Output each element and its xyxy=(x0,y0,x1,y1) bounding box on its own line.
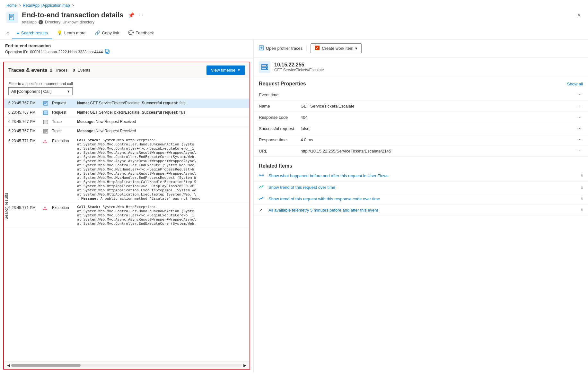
scroll-controls: ◀ ▶ xyxy=(4,362,250,369)
property-more-button[interactable]: ··· xyxy=(576,114,583,120)
event-row[interactable]: 6:23:45.771 PM ⚠ Exception Call Stack: S… xyxy=(4,203,250,228)
property-value: GET ServiceTickets/Escalate xyxy=(301,104,576,109)
property-response-time[interactable]: Response time 4.0 ms ··· xyxy=(254,134,588,145)
event-row[interactable]: 6:23:45.767 PM Trace Message: New Reques… xyxy=(4,127,250,136)
left-panel: Search results End-to-end transaction Op… xyxy=(0,39,254,373)
info-circle-icon: ℹ xyxy=(581,185,583,190)
property-value: http://10.15.22.255/ServiceTickets/Escal… xyxy=(301,149,576,153)
property-more-button[interactable]: ··· xyxy=(576,126,583,131)
profiler-icon xyxy=(259,45,264,51)
server-info: 10.15.22.255 GET ServiceTickets/Escalate xyxy=(254,57,588,77)
event-time: 6:23:45.771 PM xyxy=(8,138,40,143)
info-icon: i xyxy=(39,20,43,24)
page-subtitle: retailapp i Directory: Unknown directory xyxy=(22,20,572,24)
server-details: 10.15.22.255 GET ServiceTickets/Escalate xyxy=(274,62,324,72)
traces-label: Traces xyxy=(55,68,67,73)
operation-id-label: Operation ID: xyxy=(5,50,28,54)
svg-point-33 xyxy=(263,197,264,198)
collapse-button[interactable]: « xyxy=(6,28,12,38)
svg-rect-5 xyxy=(105,49,108,52)
scroll-right-button[interactable]: ▶ xyxy=(243,363,246,368)
work-item-chevron-icon: ▾ xyxy=(355,46,357,51)
more-options-button[interactable]: ··· xyxy=(138,12,145,19)
event-type: Exception xyxy=(52,205,75,210)
search-results-icon: ≡ xyxy=(17,30,19,35)
events-count: 0 xyxy=(73,68,75,73)
scroll-left-button[interactable]: ◀ xyxy=(7,363,10,368)
property-more-button[interactable]: ··· xyxy=(576,148,583,154)
right-toolbar: Open profiler traces ✓ Create work item … xyxy=(254,39,588,57)
property-url[interactable]: URL http://10.15.22.255/ServiceTickets/E… xyxy=(254,145,588,157)
property-label: Event time xyxy=(259,92,301,97)
event-row[interactable]: 6:23:45.767 PM Trace Message: New Reques… xyxy=(4,118,250,127)
tab-copy-link[interactable]: 🔗 Copy link xyxy=(90,27,124,39)
properties-list: Event time ··· Name GET ServiceTickets/E… xyxy=(254,89,588,157)
server-endpoint: GET ServiceTickets/Escalate xyxy=(274,68,324,72)
create-work-item-button[interactable]: ✓ Create work item ▾ xyxy=(311,43,362,53)
property-response-code[interactable]: Response code 404 ··· xyxy=(254,112,588,123)
property-more-button[interactable]: ··· xyxy=(576,103,583,109)
transaction-id-row: Operation ID: 00001111-aaaa-2222-bbbb-33… xyxy=(5,49,248,55)
pin-button[interactable]: 📌 xyxy=(127,12,136,19)
property-more-button[interactable]: ··· xyxy=(576,92,583,98)
property-event-time[interactable]: Event time ··· xyxy=(254,89,588,100)
server-icon xyxy=(259,61,270,73)
property-value: 404 xyxy=(301,115,576,120)
event-content: Call Stack: System.Web.HttpException: at… xyxy=(77,205,245,226)
copy-link-icon: 🔗 xyxy=(95,30,100,35)
property-label: URL xyxy=(259,149,301,153)
event-content: Call Stack: System.Web.HttpException: at… xyxy=(77,138,245,201)
request-icon xyxy=(43,110,49,115)
event-row[interactable]: 6:23:45.767 PM Request Name: GET Service… xyxy=(4,108,250,118)
related-item-trend[interactable]: Show trend of this request over time ℹ xyxy=(254,182,588,193)
traces-title: Traces & events xyxy=(8,67,48,73)
event-content: Message: New Request Received xyxy=(77,129,245,133)
tab-search-results-label: Search results xyxy=(21,31,48,35)
event-row[interactable]: 6:23:45.771 PM ⚠ Exception Call Stack: S… xyxy=(4,136,250,203)
event-type: Request xyxy=(52,110,75,115)
event-row[interactable]: 6:23:45.767 PM Request Name: GET Service… xyxy=(4,99,250,108)
traces-header: Traces & events 2 Traces 0 Events View t… xyxy=(4,62,250,78)
property-name[interactable]: Name GET ServiceTickets/Escalate ··· xyxy=(254,100,588,112)
filter-area: Filter to a specific component and call … xyxy=(4,78,250,99)
view-timeline-button[interactable]: View timeline ▼ xyxy=(206,65,245,75)
subtitle-directory: Directory: Unknown directory xyxy=(45,20,94,24)
learn-more-icon: 💡 xyxy=(57,30,62,35)
transaction-title: End-to-end transaction xyxy=(5,43,248,48)
property-actions: ··· xyxy=(576,137,583,143)
events-table: 6:23:45.767 PM Request Name: GET Service… xyxy=(4,99,250,362)
property-actions: ··· xyxy=(576,114,583,120)
close-button[interactable]: × xyxy=(576,11,582,19)
related-item-telemetry[interactable]: ↗ All available telemetry 5 minutes befo… xyxy=(254,205,588,215)
event-time: 6:23:45.767 PM xyxy=(8,119,40,124)
related-item-user-flows[interactable]: Show what happened before and after this… xyxy=(254,170,588,182)
breadcrumb-retailapp[interactable]: RetailApp | Application map xyxy=(23,3,70,8)
property-label: Name xyxy=(259,104,301,109)
event-type: Exception xyxy=(52,138,75,143)
info-circle-icon: ℹ xyxy=(581,197,583,201)
tab-feedback[interactable]: 💬 Feedback xyxy=(124,27,158,39)
related-item-trend-code[interactable]: Show trend of this request with this res… xyxy=(254,193,588,205)
property-actions: ··· xyxy=(576,92,583,98)
show-all-button[interactable]: Show all xyxy=(567,82,583,86)
page-title-text: End-to-end transaction details xyxy=(22,11,124,19)
event-type: Trace xyxy=(52,129,75,133)
filter-select[interactable]: All [Component | Call] ▾ xyxy=(8,87,73,95)
tab-learn-more[interactable]: 💡 Learn more xyxy=(52,27,90,39)
server-ip: 10.15.22.255 xyxy=(274,62,324,68)
event-content: Message: New Request Received xyxy=(77,119,245,124)
property-successful-request[interactable]: Successful request false ··· xyxy=(254,123,588,134)
related-items-title: Related Items xyxy=(259,163,292,169)
breadcrumb-home[interactable]: Home xyxy=(6,3,17,8)
property-label: Response code xyxy=(259,115,301,120)
tab-search-results[interactable]: ≡ Search results xyxy=(12,27,52,39)
trace-icon xyxy=(43,129,49,134)
traces-panel: Traces & events 2 Traces 0 Events View t… xyxy=(3,62,250,370)
copy-operation-id-button[interactable] xyxy=(105,49,110,55)
subtitle-app: retailapp xyxy=(22,20,37,24)
exception-icon: ⚠ xyxy=(43,138,49,144)
event-content: Name: GET ServiceTickets/Escalate, Succe… xyxy=(77,110,245,115)
property-more-button[interactable]: ··· xyxy=(576,137,583,143)
events-label: Events xyxy=(78,68,91,73)
open-profiler-button[interactable]: Open profiler traces xyxy=(259,44,303,53)
